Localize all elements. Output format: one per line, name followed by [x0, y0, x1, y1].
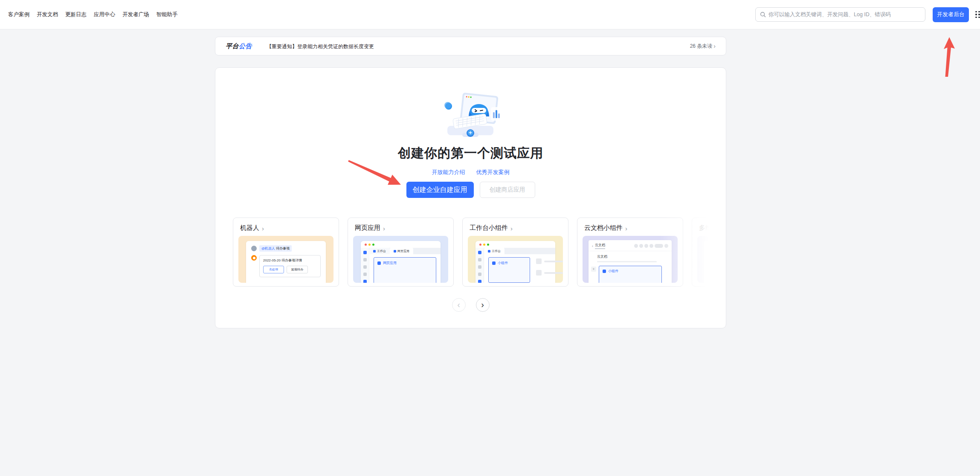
nav-item-app-center[interactable]: 应用中心: [94, 11, 115, 18]
search-input[interactable]: [768, 12, 921, 17]
page-container: 平台公告 【重要通知】登录能力相关凭证的数据长度变更 26 条未读 ›: [215, 37, 726, 328]
card-title: 网页应用: [355, 224, 380, 232]
chevron-right-icon: ›: [262, 225, 264, 232]
unread-count: 26 条未读: [690, 43, 713, 50]
nav-item-changelog[interactable]: 更新日志: [65, 11, 87, 18]
plus-icon: +: [591, 267, 596, 272]
platform-announcement-banner[interactable]: 平台公告 【重要通知】登录能力相关凭证的数据长度变更 26 条未读 ›: [215, 37, 726, 55]
chevron-right-icon: ›: [510, 225, 513, 232]
card-robot: 机器人 › @机器人 待办事项 2022-05: [233, 218, 339, 287]
avatar: [251, 246, 257, 251]
carousel-prev-button[interactable]: ‹: [452, 298, 466, 312]
unread-link[interactable]: 26 条未读 ›: [690, 43, 716, 50]
carousel-track: 机器人 › @机器人 待办事项 2022-05: [233, 218, 722, 287]
card-title: 云文档小组件: [584, 224, 623, 232]
card-title: 机器人: [240, 224, 259, 232]
bot-icon: [251, 255, 257, 261]
hero-links: 开放能力介绍 优秀开发案例: [215, 168, 726, 176]
top-header: 客户案例 开发文档 更新日志 应用中心 开发者广场 智能助手 开发者后台: [0, 0, 980, 29]
mock-handle-button: 去处理: [263, 266, 284, 273]
link-open-capabilities[interactable]: 开放能力介绍: [432, 168, 465, 176]
card-bitable-plugin: 多维表格插件 › ‹多维表格: [692, 218, 722, 287]
card-bitable-title-row[interactable]: 多维表格插件 ›: [697, 224, 722, 232]
create-custom-app-button[interactable]: 创建企业自建应用: [406, 182, 474, 198]
developer-console-button[interactable]: 开发者后台: [933, 7, 969, 22]
create-store-app-button[interactable]: 创建商店应用: [480, 182, 535, 198]
nav-item-customer-cases[interactable]: 客户案例: [8, 11, 29, 18]
card-webapp: 网页应用 › 工作台 网页应用: [348, 218, 454, 287]
card-workplace-title-row[interactable]: 工作台小组件 ›: [468, 224, 563, 232]
header-right: 开发者后台: [755, 7, 980, 22]
card-workplace-widget: 工作台小组件 › 工作台 小组件: [462, 218, 568, 287]
chevron-right-icon: ›: [383, 225, 385, 232]
docs-mock-preview: ‹ 云文档 云文档 + 小组件: [583, 236, 678, 283]
annotation-arrow-console: [944, 37, 955, 77]
back-chevron-icon: ‹: [592, 244, 593, 248]
robot-laptop-illustration: [439, 90, 503, 138]
chevron-right-icon: ›: [625, 225, 627, 232]
card-robot-title-row[interactable]: 机器人 ›: [238, 224, 333, 232]
card-docs-widget: 云文档小组件 › ‹ 云文档 云文档: [577, 218, 683, 287]
search-icon: [760, 12, 766, 17]
mock-postpone-button: 延期待办: [287, 266, 308, 273]
link-dev-cases[interactable]: 优秀开发案例: [476, 168, 510, 176]
hero-buttons: 创建企业自建应用 创建商店应用: [215, 182, 726, 198]
card-docs-title-row[interactable]: 云文档小组件 ›: [583, 224, 678, 232]
app-cards-carousel: 机器人 › @机器人 待办事项 2022-05: [233, 218, 722, 288]
card-webapp-title-row[interactable]: 网页应用 ›: [353, 224, 448, 232]
announcement-logo: 平台公告: [226, 42, 252, 50]
webapp-mock-preview: 工作台 网页应用 网页应用: [353, 236, 448, 283]
carousel-next-button[interactable]: ›: [476, 298, 490, 312]
hero-card: 创建你的第一个测试应用 开放能力介绍 优秀开发案例 创建企业自建应用 创建商店应…: [215, 67, 726, 328]
card-title: 多维表格插件: [699, 224, 722, 232]
announcement-message[interactable]: 【重要通知】登录能力相关凭证的数据长度变更: [267, 43, 374, 50]
bitable-mock-preview: ‹多维表格: [697, 236, 722, 283]
carousel-controls: ‹ ›: [215, 298, 726, 312]
nav-item-ai-assistant[interactable]: 智能助手: [157, 11, 178, 18]
card-title: 工作台小组件: [470, 224, 508, 232]
nav-item-dev-docs[interactable]: 开发文档: [37, 11, 58, 18]
main-nav: 客户案例 开发文档 更新日志 应用中心 开发者广场 智能助手: [8, 11, 178, 18]
search-box[interactable]: [755, 7, 925, 22]
hero-title: 创建你的第一个测试应用: [215, 145, 726, 162]
robot-mock-preview: @机器人 待办事项 2022-05-20 待办事项详情 去处理 延期待办: [238, 236, 333, 283]
apps-grid-icon[interactable]: [975, 11, 980, 18]
nav-item-dev-square[interactable]: 开发者广场: [122, 11, 149, 18]
chevron-right-icon: ›: [713, 43, 716, 49]
workplace-mock-preview: 工作台 小组件: [468, 236, 563, 283]
